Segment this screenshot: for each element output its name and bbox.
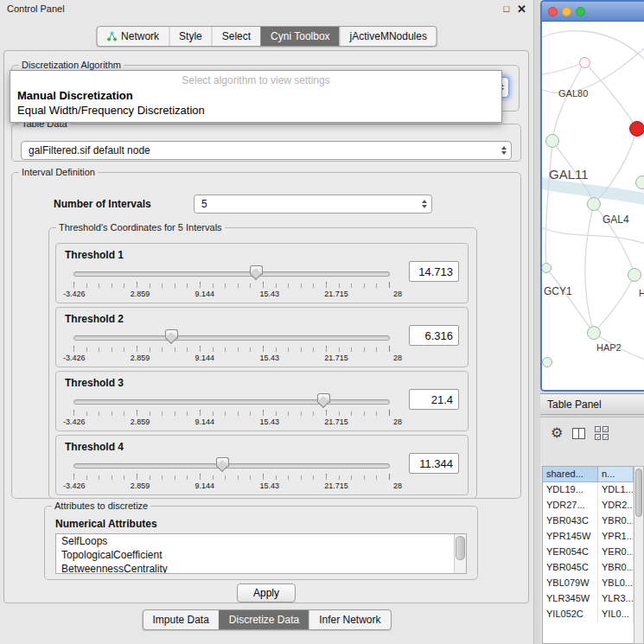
network-node[interactable] bbox=[542, 357, 552, 367]
slider-scale: -3.4262.8599.14415.4321.71528 bbox=[63, 290, 402, 298]
threshold-2-panel: Threshold 2 -3.4262.8599.14415.4321.7152… bbox=[55, 307, 469, 367]
dropdown-option-manual-discretization[interactable]: Manual Discretization bbox=[10, 88, 501, 103]
table-row[interactable]: YBR045CYBR0... bbox=[543, 560, 634, 576]
table-toolbar: ⚙ bbox=[551, 422, 641, 444]
group-title: Interval Definition bbox=[19, 167, 98, 177]
network-node[interactable] bbox=[545, 134, 559, 148]
close-traffic-light-icon[interactable] bbox=[548, 7, 558, 16]
threshold-4-value-input[interactable] bbox=[409, 453, 459, 474]
table-panel-header: Table Panel bbox=[540, 393, 644, 415]
slider-scale: -3.4262.8599.14415.4321.71528 bbox=[63, 354, 402, 362]
slider-ticks bbox=[73, 475, 389, 480]
scrollbar-thumb[interactable] bbox=[456, 536, 465, 560]
tab-label: Style bbox=[179, 30, 202, 42]
tab-label: jActiveMNodules bbox=[350, 30, 427, 42]
threshold-4-slider[interactable]: -3.4262.8599.14415.4321.71528 bbox=[73, 456, 390, 493]
node-label-gal4: GAL4 bbox=[603, 214, 629, 226]
slider-track[interactable] bbox=[73, 335, 390, 341]
cyni-toolbox-panel: Discretization Algorithm Select algorith… bbox=[3, 50, 529, 603]
table-row[interactable]: YPR145WYPR1... bbox=[543, 529, 634, 545]
interval-definition-group: Interval Definition Number of Intervals … bbox=[11, 167, 521, 499]
slider-thumb[interactable] bbox=[165, 329, 178, 339]
threshold-label: Threshold 3 bbox=[65, 377, 124, 389]
threshold-3-slider[interactable]: -3.4262.8599.14415.4321.71528 bbox=[73, 392, 390, 429]
list-item[interactable]: BetweennessCentrality bbox=[56, 562, 466, 574]
apply-button[interactable]: Apply bbox=[237, 583, 296, 603]
algorithm-dropdown-popup: Select algorithm to view settings Manual… bbox=[10, 70, 502, 123]
threshold-2-value-input[interactable] bbox=[409, 325, 459, 346]
zoom-traffic-light-icon[interactable] bbox=[576, 7, 585, 16]
network-window-titlebar[interactable] bbox=[542, 2, 644, 22]
float-window-icon[interactable]: □ bbox=[503, 3, 509, 14]
num-intervals-combobox[interactable]: 5 bbox=[194, 194, 432, 214]
tab-label: Network bbox=[121, 30, 159, 42]
slider-thumb[interactable] bbox=[250, 265, 263, 275]
network-node[interactable] bbox=[579, 57, 590, 68]
node-label-gcy1: GCY1 bbox=[544, 285, 572, 297]
combobox-stepper-icon bbox=[497, 146, 511, 155]
combobox-stepper-icon bbox=[418, 200, 431, 208]
table-row[interactable]: YIL052CYIL0... bbox=[543, 607, 634, 622]
table-row[interactable]: YBR043CYBR0... bbox=[543, 513, 634, 529]
slider-scale: -3.4262.8599.14415.4321.71528 bbox=[63, 481, 402, 490]
node-label-gal80: GAL80 bbox=[558, 88, 588, 99]
tab-style[interactable]: Style bbox=[169, 27, 212, 46]
tab-impute-data[interactable]: Impute Data bbox=[143, 610, 218, 629]
window-title: Control Panel bbox=[7, 3, 65, 14]
slider-thumb[interactable] bbox=[216, 457, 229, 467]
minimize-traffic-light-icon[interactable] bbox=[562, 7, 571, 16]
threshold-3-value-input[interactable] bbox=[409, 389, 459, 410]
column-header-shared-name[interactable]: shared... bbox=[543, 467, 598, 482]
network-node-red[interactable] bbox=[629, 121, 644, 137]
slider-scale: -3.4262.8599.14415.4321.71528 bbox=[63, 418, 402, 426]
dropdown-option-equal-width-frequency[interactable]: Equal Width/Frequency Discretization bbox=[10, 103, 501, 118]
column-checkboxes-icon[interactable] bbox=[595, 426, 609, 440]
tab-discretize-data[interactable]: Discretize Data bbox=[219, 610, 309, 629]
table-data-combobox[interactable]: galFiltered.sif default node bbox=[21, 141, 512, 160]
combobox-value: galFiltered.sif default node bbox=[22, 144, 497, 156]
network-icon bbox=[106, 31, 117, 41]
table-row[interactable]: YDR27...YDR2... bbox=[543, 498, 634, 513]
table-row[interactable]: YER054CYER0... bbox=[543, 545, 634, 560]
network-node[interactable] bbox=[628, 268, 641, 282]
close-icon[interactable]: ✕ bbox=[517, 3, 526, 16]
scrollbar-thumb[interactable] bbox=[635, 469, 642, 517]
threshold-1-value-input[interactable] bbox=[409, 261, 459, 282]
tab-label: Infer Network bbox=[319, 614, 380, 626]
list-item[interactable]: TopologicalCoefficient bbox=[56, 548, 466, 562]
gear-icon[interactable]: ⚙ bbox=[551, 426, 563, 440]
slider-ticks bbox=[73, 411, 389, 416]
threshold-label: Threshold 1 bbox=[65, 249, 124, 261]
tab-cyni-toolbox[interactable]: Cyni Toolbox bbox=[260, 27, 339, 46]
columns-icon[interactable] bbox=[572, 428, 585, 439]
tab-infer-network[interactable]: Infer Network bbox=[309, 610, 390, 629]
slider-track[interactable] bbox=[73, 399, 390, 405]
network-canvas[interactable]: GAL80 GAL11 GAL4 GCY1 H HAP2 bbox=[542, 22, 644, 392]
tab-jactivemnodules[interactable]: jActiveMNodules bbox=[340, 27, 437, 46]
table-row[interactable]: YLR345WYLR3... bbox=[543, 591, 634, 607]
slider-track[interactable] bbox=[73, 463, 390, 469]
list-item[interactable]: SelfLoops bbox=[56, 534, 466, 548]
network-node[interactable] bbox=[587, 197, 601, 211]
numerical-attributes-list: SelfLoops TopologicalCoefficient Between… bbox=[55, 533, 467, 574]
control-panel-window: Control Panel □ ✕ Network Style Select C… bbox=[0, 0, 534, 644]
table-row[interactable]: YBL079WYBL0... bbox=[543, 576, 634, 591]
slider-thumb[interactable] bbox=[317, 393, 330, 403]
network-node[interactable] bbox=[587, 326, 601, 340]
table-row[interactable]: YDL19...YDL1... bbox=[543, 482, 634, 498]
tab-select[interactable]: Select bbox=[212, 27, 260, 46]
thresholds-group: Threshold's Coordinates for 5 Intervals … bbox=[48, 222, 477, 499]
threshold-1-slider[interactable]: -3.4262.8599.14415.4321.71528 bbox=[73, 265, 390, 301]
network-node[interactable] bbox=[635, 175, 644, 189]
threshold-label: Threshold 4 bbox=[65, 441, 124, 453]
tab-label: Impute Data bbox=[152, 614, 208, 626]
threshold-3-panel: Threshold 3 -3.4262.8599.14415.4321.7152… bbox=[55, 371, 469, 431]
tab-network[interactable]: Network bbox=[97, 27, 169, 46]
node-label-h-cut: H bbox=[639, 288, 644, 298]
threshold-2-slider[interactable]: -3.4262.8599.14415.4321.71528 bbox=[73, 328, 390, 365]
column-header-name[interactable]: n... bbox=[598, 467, 634, 482]
slider-track[interactable] bbox=[73, 271, 390, 277]
tab-label: Cyni Toolbox bbox=[271, 30, 329, 42]
list-scrollbar[interactable] bbox=[454, 534, 466, 573]
table-scrollbar[interactable] bbox=[634, 466, 644, 644]
